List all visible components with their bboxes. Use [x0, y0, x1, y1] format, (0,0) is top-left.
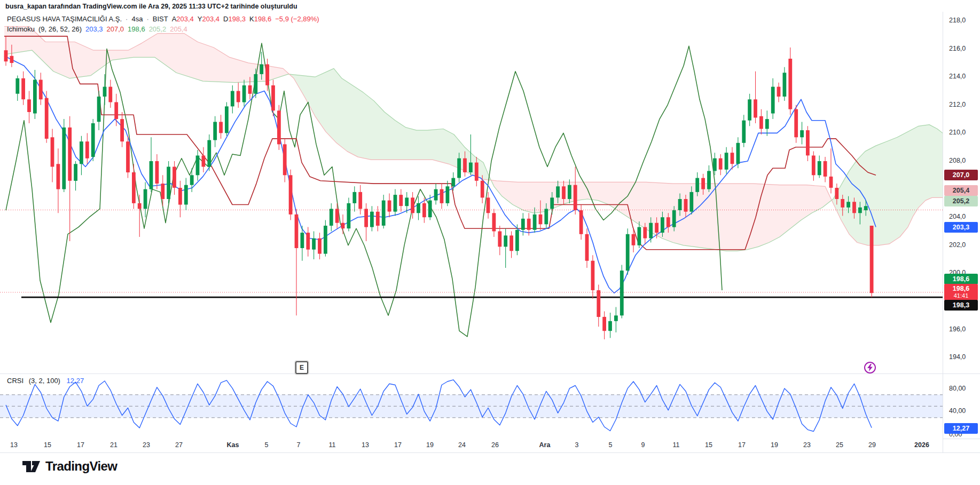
time-tick: 15 — [705, 441, 712, 449]
time-tick: 13 — [362, 441, 369, 449]
tenkan-value: 203,3 — [85, 24, 103, 34]
time-tick: 11 — [329, 441, 336, 449]
event-badge-letter: E — [300, 364, 304, 371]
symbol-title: PEGASUS HAVA TAŞIMACILIĞI A.Ş. — [7, 14, 122, 24]
crsi-params: (3, 2, 100) — [29, 377, 60, 385]
tradingview-chart-window: busra_kapan tarafından TradingView.com i… — [0, 0, 980, 485]
event-badge[interactable]: E — [295, 361, 308, 374]
crsi-legend-row[interactable]: CRSI (3, 2, 100) 12,27 — [7, 377, 84, 385]
tradingview-logo[interactable]: TradingView — [21, 459, 117, 474]
time-tick: 7 — [297, 441, 301, 449]
pane-separator[interactable] — [0, 373, 980, 374]
price-tick: 218,0 — [949, 17, 966, 24]
time-tick: 5 — [609, 441, 613, 449]
time-tick: 9 — [641, 441, 645, 449]
price-tick: 214,0 — [949, 73, 966, 80]
time-tick: 13 — [10, 441, 18, 449]
time-tick: 21 — [110, 441, 117, 449]
price-tick: 202,0 — [949, 241, 966, 249]
price-badge: 203,3 — [944, 222, 978, 233]
price-badge: 205,4 — [944, 185, 978, 196]
time-tick: 17 — [77, 441, 84, 449]
time-tick: 23 — [143, 441, 150, 449]
tradingview-logo-text: TradingView — [45, 459, 117, 474]
crsi-name: CRSI — [7, 377, 23, 385]
time-tick: 23 — [803, 441, 811, 449]
time-tick: 29 — [868, 441, 876, 449]
price-badge: 198,641:41 — [944, 284, 978, 300]
crsi-tick: 80,00 — [949, 385, 966, 392]
senkou-b-value: 205,4 — [170, 24, 187, 34]
time-tick: 24 — [458, 441, 466, 449]
time-tick: 15 — [44, 441, 51, 449]
interval-label: 4sa — [131, 14, 143, 24]
symbol-legend: PEGASUS HAVA TAŞIMACILIĞI A.Ş. · 4sa · B… — [7, 14, 319, 34]
senkou-a-value: 205,2 — [149, 24, 167, 34]
price-badge: 198,6 — [944, 274, 978, 284]
time-axis[interactable]: 131517212327Kas57111317192426Ara35911151… — [0, 439, 943, 452]
ichimoku-legend-row[interactable]: Ichimoku (9, 26, 52, 26) 203,3 207,0 198… — [7, 24, 319, 34]
price-badge: 198,3 — [944, 300, 978, 311]
time-axis-bottom-border — [0, 452, 980, 453]
indicator-name: Ichimoku — [7, 24, 35, 34]
price-tick: 210,0 — [949, 129, 966, 136]
price-tick: 196,0 — [949, 325, 966, 333]
price-tick: 194,0 — [949, 353, 966, 361]
chikou-value: 198,6 — [128, 24, 145, 34]
time-tick: 19 — [771, 441, 778, 449]
close-value: K198,6 — [249, 14, 271, 24]
time-tick: 25 — [836, 441, 843, 449]
time-tick: Ara — [539, 441, 551, 449]
time-tick: 11 — [673, 441, 680, 449]
time-tick: 2026 — [914, 441, 929, 449]
symbol-legend-row[interactable]: PEGASUS HAVA TAŞIMACILIĞI A.Ş. · 4sa · B… — [7, 14, 319, 24]
price-badge: 205,2 — [944, 196, 978, 206]
low-value: D198,3 — [223, 14, 246, 24]
change-value: −5,9 (−2,89%) — [275, 14, 319, 24]
kijun-value: 207,0 — [107, 24, 124, 34]
price-tick: 204,0 — [949, 213, 966, 220]
tradingview-logo-icon — [21, 460, 41, 473]
time-tick: 27 — [175, 441, 183, 449]
time-tick: 5 — [265, 441, 269, 449]
crsi-value: 12,27 — [67, 377, 84, 385]
price-tick: 212,0 — [949, 101, 966, 108]
price-badge: 207,0 — [944, 170, 978, 180]
lightning-bolt-glyph — [867, 364, 873, 371]
time-tick: 3 — [575, 441, 579, 449]
open-value: A203,4 — [172, 14, 194, 24]
price-axis[interactable]: 218,0216,0214,0212,0210,0208,0206,0204,0… — [943, 0, 980, 452]
indicator-params: (9, 26, 52, 26) — [38, 24, 82, 34]
price-tick: 208,0 — [949, 157, 966, 164]
crsi-tick: 40,00 — [949, 407, 966, 415]
time-tick: 17 — [738, 441, 746, 449]
price-tick: 216,0 — [949, 45, 966, 52]
time-tick: Kas — [227, 441, 239, 449]
exchange-label: BIST — [153, 14, 168, 24]
crsi-value-badge: 12,27 — [944, 423, 978, 434]
time-tick: 19 — [426, 441, 434, 449]
crsi-indicator-pane[interactable] — [0, 0, 943, 439]
instant-order-lightning-icon[interactable] — [864, 362, 876, 373]
time-tick: 17 — [394, 441, 402, 449]
time-tick: 26 — [491, 441, 499, 449]
high-value: Y203,4 — [198, 14, 219, 24]
